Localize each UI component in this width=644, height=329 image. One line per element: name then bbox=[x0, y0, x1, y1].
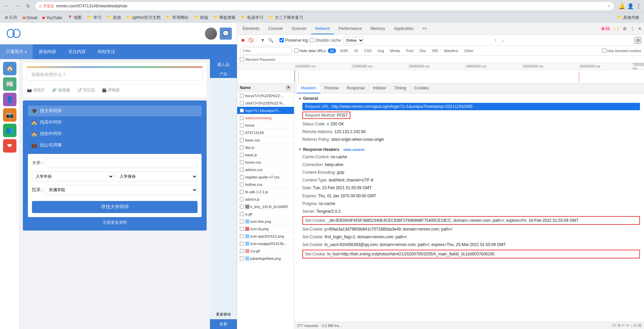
extensions-icon[interactable]: 🔔 bbox=[618, 3, 625, 9]
filter-other[interactable]: Other bbox=[462, 48, 476, 53]
nav-photos[interactable]: 只看照片 ▾ bbox=[0, 44, 33, 59]
python-bookmark[interactable]: 📁 python官方文档 bbox=[124, 14, 163, 21]
study-bookmark[interactable]: 📁 学习 bbox=[85, 14, 103, 21]
tab-performance[interactable]: Performance bbox=[335, 24, 366, 34]
back-button[interactable]: ← bbox=[3, 2, 11, 10]
bottom-promo-2[interactable]: 全新 bbox=[210, 319, 237, 329]
dept-select[interactable]: 所属学院 bbox=[45, 185, 198, 195]
tab-console[interactable]: Console bbox=[264, 24, 287, 34]
filter-ws[interactable]: WS bbox=[430, 48, 440, 53]
year-select[interactable]: 入学年份 bbox=[32, 171, 114, 181]
search-btn[interactable]: 🔍 bbox=[268, 37, 274, 43]
header-avatar[interactable] bbox=[205, 28, 217, 40]
disable-cache-checkbox[interactable] bbox=[310, 38, 314, 42]
name-item-cry[interactable]: cry.gif bbox=[237, 247, 294, 255]
detail-tab-headers[interactable]: Headers bbox=[297, 83, 320, 93]
forward-button[interactable]: → bbox=[13, 2, 22, 10]
item-check-agif[interactable] bbox=[240, 212, 244, 216]
name-item-bisdk[interactable]: bi-sdk.1.2.1.js bbox=[237, 188, 294, 196]
hide-data-urls-checkbox[interactable] bbox=[294, 48, 299, 53]
item-check-iconmy[interactable] bbox=[240, 242, 244, 246]
reload-button[interactable]: ↻ bbox=[24, 2, 32, 10]
upload-photo-btn[interactable]: 📷 传照片 bbox=[27, 87, 45, 93]
ml-bookmark[interactable]: 📁 机器学习 bbox=[239, 14, 265, 21]
gmail-bookmark[interactable]: M Gmail bbox=[20, 15, 39, 21]
nav-followed[interactable]: 关注内容 bbox=[62, 44, 92, 59]
item-check-iconapp[interactable] bbox=[240, 234, 244, 238]
identity-select[interactable]: 入学身份 bbox=[116, 171, 198, 181]
apps-shortcut[interactable]: ⊞ 应用 bbox=[3, 14, 19, 21]
filter-font[interactable]: Font bbox=[404, 48, 416, 53]
tab-sources[interactable]: Sources bbox=[288, 24, 310, 34]
detail-tab-preview[interactable]: Preview bbox=[320, 83, 343, 93]
blocked-req-checkbox[interactable] bbox=[240, 57, 244, 61]
name-item-iconapp[interactable]: icon-app201412.png bbox=[237, 233, 294, 240]
detail-tab-cookies[interactable]: Cookies bbox=[410, 83, 433, 93]
item-check-974[interactable] bbox=[240, 131, 244, 135]
item-check-webren[interactable] bbox=[240, 116, 244, 120]
preserve-log-label[interactable]: Preserve log bbox=[280, 38, 308, 43]
filter-btn-ctrl[interactable]: ▼ bbox=[260, 37, 266, 43]
hide-data-urls-label[interactable]: Hide data URLs bbox=[294, 48, 326, 53]
bottom-promo-1[interactable]: 更多移动 bbox=[210, 310, 237, 319]
filter-manifest[interactable]: Manifest bbox=[442, 48, 460, 53]
university-input[interactable] bbox=[45, 158, 198, 168]
complete-profile-link[interactable]: 完善更多资料 bbox=[28, 220, 202, 225]
name-item-htiny[interactable]: h_tiny_1XLN_0c1b000 bbox=[237, 203, 294, 210]
item-check-basecss[interactable] bbox=[240, 138, 244, 142]
frontend-bookmark[interactable]: 📁 前端 bbox=[192, 14, 210, 21]
filter-doc[interactable]: Doc bbox=[418, 48, 428, 53]
item-check-click[interactable] bbox=[240, 101, 244, 105]
item-check-htiny[interactable] bbox=[240, 205, 244, 209]
name-item-hotlive[interactable]: hotlive.css bbox=[237, 181, 294, 188]
sidebar-people[interactable]: 👤 bbox=[3, 93, 16, 106]
item-check-iconlive[interactable] bbox=[240, 219, 244, 223]
item-check-hotlive[interactable] bbox=[240, 182, 244, 187]
name-item-login[interactable]: login?1=1&uniqueTi... bbox=[237, 107, 294, 114]
nav-special[interactable]: 特别关注 bbox=[92, 44, 121, 59]
netdisk-bookmark[interactable]: 📁 网盘搜索 bbox=[211, 14, 238, 21]
tab-elements[interactable]: Elements bbox=[239, 24, 263, 34]
throttle-select[interactable]: Online bbox=[343, 37, 364, 44]
name-item-homecss[interactable]: home.css bbox=[237, 159, 294, 166]
item-check-jubaologonew[interactable] bbox=[240, 256, 244, 260]
name-item-home[interactable]: home bbox=[237, 122, 294, 129]
filter-media[interactable]: Media bbox=[388, 48, 402, 53]
devtools-close-btn[interactable]: ✕ bbox=[637, 26, 643, 32]
name-item-iconfq[interactable]: icon-fq.png bbox=[237, 225, 294, 233]
item-check-login[interactable] bbox=[240, 109, 244, 113]
youtube-bookmark[interactable]: ▶ YouTube bbox=[41, 15, 64, 21]
sidebar-home[interactable]: 🏠 bbox=[3, 62, 16, 75]
other-bookmarks[interactable]: 📁 其他书签 bbox=[615, 14, 641, 21]
profile-icon[interactable]: 👤 bbox=[627, 3, 634, 9]
share-link-btn[interactable]: 🔗 发链接 bbox=[52, 87, 70, 93]
tab-application[interactable]: Application bbox=[390, 24, 418, 34]
address-bar[interactable]: ⚠ 不安全 renren.com/974713149/newsfeed/phot… bbox=[35, 1, 614, 11]
nav-original[interactable]: 原创内容 bbox=[33, 44, 62, 59]
download-btn[interactable]: ↓ bbox=[500, 37, 506, 43]
sidebar-friend[interactable]: 👥 bbox=[3, 124, 16, 137]
network-settings-btn[interactable]: ⚙ bbox=[635, 37, 641, 44]
item-check-libsjs[interactable] bbox=[240, 146, 244, 150]
top-promo-2[interactable]: 产品 bbox=[210, 70, 237, 78]
view-source-link[interactable]: view source bbox=[343, 148, 364, 152]
name-item-libsjs[interactable]: libs.js bbox=[237, 144, 294, 151]
has-blocked-checkbox[interactable] bbox=[602, 48, 606, 53]
devtools-more-btn[interactable]: ⋮ bbox=[629, 26, 635, 32]
filter-xhr[interactable]: XHR bbox=[338, 48, 350, 53]
name-item-agif[interactable]: a.gif bbox=[237, 210, 294, 218]
detail-tab-response[interactable]: Response bbox=[343, 83, 369, 93]
devtools-settings-btn[interactable]: ⚙ bbox=[622, 26, 628, 32]
other-bookmark[interactable]: 📁 其他 bbox=[105, 14, 123, 21]
find-colleague[interactable]: 💼 找公司同事 bbox=[28, 140, 202, 151]
response-headers-section-header[interactable]: ▼ Response Headers view source bbox=[298, 147, 640, 152]
name-item-advicecss[interactable]: advice.css bbox=[237, 166, 294, 173]
filter-img[interactable]: Img bbox=[376, 48, 386, 53]
post-input[interactable]: 你现在在想什么？ bbox=[27, 68, 203, 81]
sidebar-photo[interactable]: 📷 bbox=[3, 108, 16, 122]
all-filter-badge[interactable]: All bbox=[328, 48, 336, 53]
name-item-iconlive[interactable]: icon-live.png bbox=[237, 218, 294, 225]
preserve-log-checkbox[interactable] bbox=[280, 38, 284, 42]
filter-input[interactable] bbox=[240, 47, 292, 54]
maps-bookmark[interactable]: 📍 地图 bbox=[66, 14, 84, 21]
